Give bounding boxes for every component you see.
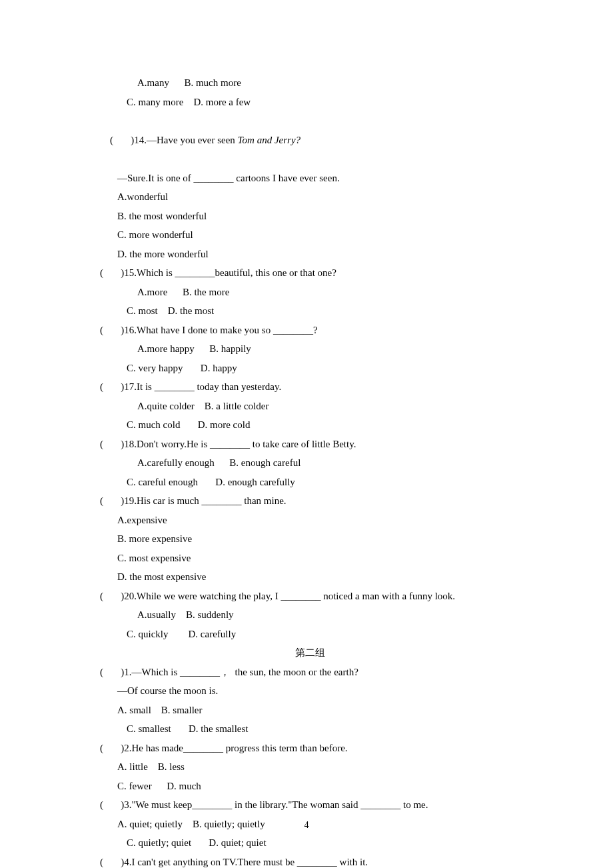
q19-option-b: B. more expensive [100,529,520,549]
q15-option-a: A.more B. the more [100,283,520,302]
g2q4-stem: ( )4.I can't get anything on TV.There mu… [100,853,520,869]
q16-stem: ( )16.What have I done to make you so __… [100,321,520,340]
q16-option-c: C. very happy D. happy [100,359,520,378]
q17-option-a: A.quite colder B. a little colder [100,397,520,416]
q17-option-c: C. much cold D. more cold [100,415,520,435]
q15-option-c: C. most D. the most [100,301,520,321]
section-2-header: 第二组 [100,643,520,663]
q18-option-c: C. careful enough D. enough carefully [100,473,520,492]
q14-option-b: B. the most wonderful [100,207,520,226]
q14-stem-italic: Tom and Jerry? [238,135,301,145]
page-number: 4 [0,817,613,835]
q14-stem-text: ( )14.—Have you ever seen [110,135,238,145]
q14-option-d: D. the more wonderful [100,245,520,264]
g2q3-stem: ( )3."We must keep________ in the librar… [100,795,520,815]
g2q3-option-c: C. quietly; quiet D. quiet; quiet [100,833,520,853]
g2q1-option-c: C. smallest D. the smallest [100,719,520,739]
q19-stem: ( )19.His car is much ________ than mine… [100,491,520,511]
q19-option-c: C. most expensive [100,549,520,568]
g2q1-stem: ( )1.—Which is ________， the sun, the mo… [100,663,520,682]
q14-option-c: C. more wonderful [100,225,520,245]
q13-option-a: A.many B. much more [100,73,520,93]
g2q1-line2: —Of course the moon is. [100,681,520,701]
q16-option-a: A.more happy B. happily [100,339,520,359]
q15-stem: ( )15.Which is ________beautiful, this o… [100,263,520,283]
q18-stem: ( )18.Don't worry.He is ________ to take… [100,435,520,454]
q20-stem: ( )20.While we were watching the play, I… [100,587,520,606]
q20-option-a: A.usually B. suddenly [100,605,520,625]
q19-option-a: A.expensive [100,511,520,530]
q19-option-d: D. the most expensive [100,567,520,587]
q13-option-c: C. many more D. more a few [100,93,520,112]
g2q1-option-a: A. small B. smaller [100,701,520,720]
g2q2-option-a: A. little B. less [100,757,520,777]
g2q2-stem: ( )2.He has made________ progress this t… [100,739,520,758]
q14-line2: —Sure.It is one of ________ cartoons I h… [100,169,520,188]
q20-option-c: C. quickly D. carefully [100,625,520,644]
q17-stem: ( )17.It is ________ today than yesterda… [100,377,520,397]
q14-option-a: A.wonderful [100,187,520,207]
q14-stem: ( )14.—Have you ever seen Tom and Jerry? [100,111,520,169]
g2q2-option-c: C. fewer D. much [100,777,520,796]
q18-option-a: A.carefully enough B. enough careful [100,453,520,473]
